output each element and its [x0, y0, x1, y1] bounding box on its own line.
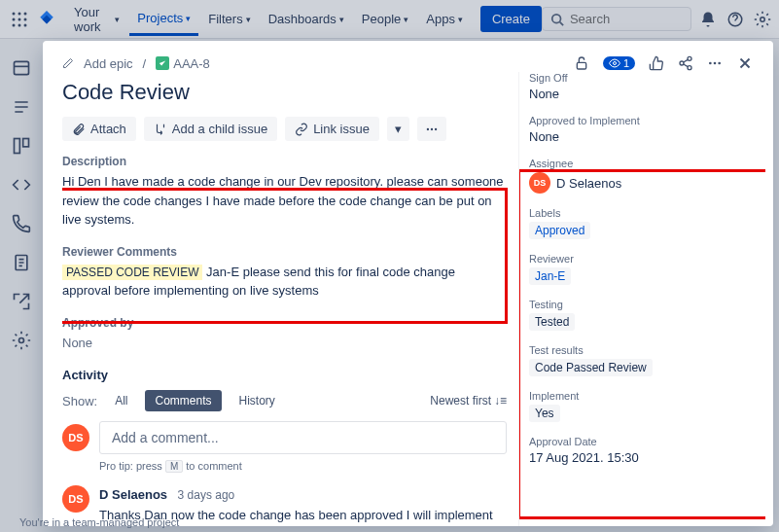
signoff-field[interactable]: Sign Off None	[529, 72, 760, 101]
labels-field[interactable]: Labels Approved	[529, 207, 760, 239]
implement-chip: Yes	[529, 405, 560, 422]
svg-point-27	[435, 127, 437, 129]
svg-point-20	[680, 61, 684, 65]
attach-button[interactable]: Attach	[62, 117, 136, 141]
link-issue-button[interactable]: Link issue	[285, 117, 379, 141]
label-chip[interactable]: Approved	[529, 222, 590, 239]
avatar: DS	[62, 424, 89, 451]
breadcrumb: Add epic / AAA-8	[62, 56, 210, 71]
issue-title[interactable]: Code Review	[62, 80, 507, 105]
approved-by-value: None	[62, 334, 507, 353]
svg-point-25	[427, 127, 429, 129]
reviewer-comments-field[interactable]: Reviewer Comments PASSED CODE REVIEW Jan…	[62, 245, 507, 301]
comment-author[interactable]: D Selaenos	[99, 487, 167, 502]
comment-add-row: DS Add a comment...	[62, 421, 507, 454]
tab-comments[interactable]: Comments	[145, 390, 221, 411]
issue-type-icon	[156, 56, 169, 70]
svg-point-26	[431, 127, 433, 129]
sort-icon: ↓≡	[494, 394, 507, 408]
avatar: DS	[62, 485, 89, 513]
implement-field[interactable]: Implement Yes	[529, 390, 760, 422]
lock-icon[interactable]	[574, 55, 589, 71]
reviewer-comments-value: PASSED CODE REVIEW Jan-E please send thi…	[62, 263, 507, 301]
tab-all[interactable]: All	[105, 390, 137, 411]
reviewer-field[interactable]: Reviewer Jan-E	[529, 253, 760, 285]
thumbs-up-icon[interactable]	[649, 55, 664, 71]
description-value: Hi Den I have made a code change in our …	[62, 172, 507, 230]
avatar: DS	[529, 172, 550, 194]
add-child-button[interactable]: Add a child issue	[144, 117, 277, 141]
approved-implement-field[interactable]: Approved to Implement None	[529, 115, 760, 144]
comment-time: 3 days ago	[178, 488, 235, 502]
svg-rect-17	[577, 62, 585, 69]
svg-point-21	[688, 66, 691, 70]
testing-field[interactable]: Testing Tested	[529, 299, 760, 331]
test-results-chip: Code Passed Review	[529, 359, 653, 376]
svg-point-18	[613, 62, 616, 65]
activity-heading: Activity	[62, 368, 507, 382]
svg-point-22	[709, 62, 712, 65]
test-results-field[interactable]: Test results Code Passed Review	[529, 344, 760, 376]
issue-toolbar: Attach Add a child issue Link issue ▾	[62, 117, 507, 141]
modal-header: Add epic / AAA-8 1	[43, 41, 773, 72]
description-label: Description	[62, 155, 507, 168]
issue-key-link[interactable]: AAA-8	[156, 56, 210, 71]
approved-by-field[interactable]: Approved by None	[62, 316, 507, 353]
svg-point-24	[718, 62, 721, 65]
header-actions: 1	[574, 54, 754, 72]
approval-date-field[interactable]: Approval Date 17 Aug 2021. 15:30	[529, 436, 760, 465]
side-column: Sign Off None Approved to Implement None…	[518, 72, 765, 526]
add-epic-link[interactable]: Add epic	[84, 56, 133, 71]
share-icon[interactable]	[678, 55, 693, 71]
sort-button[interactable]: Newest first↓≡	[430, 394, 507, 408]
pencil-icon	[62, 57, 74, 69]
show-label: Show:	[62, 394, 97, 408]
svg-point-23	[714, 62, 717, 65]
main-column: Code Review Attach Add a child issue Lin…	[62, 72, 518, 526]
issue-modal: Add epic / AAA-8 1 Code Review Attach Ad…	[43, 41, 773, 526]
close-icon[interactable]	[736, 54, 754, 72]
reviewer-chip[interactable]: Jan-E	[529, 267, 571, 285]
testing-chip: Tested	[529, 313, 575, 331]
passed-review-badge: PASSED CODE REVIEW	[62, 265, 202, 280]
tab-history[interactable]: History	[230, 390, 285, 411]
link-dropdown-button[interactable]: ▾	[387, 117, 409, 141]
protip: Pro tip: press M to comment	[99, 460, 507, 472]
approved-by-label: Approved by	[62, 316, 507, 330]
more-icon[interactable]	[707, 55, 723, 71]
description-field[interactable]: Description Hi Den I have made a code ch…	[62, 155, 507, 230]
watch-button[interactable]: 1	[603, 56, 635, 70]
svg-point-19	[688, 56, 691, 60]
activity-tabs-row: Show: All Comments History Newest first↓…	[62, 390, 507, 411]
toolbar-more-button[interactable]	[417, 117, 446, 141]
footer-note: You're in a team-managed project	[19, 516, 179, 528]
reviewer-comments-label: Reviewer Comments	[62, 245, 507, 259]
assignee-field[interactable]: Assignee DS D Selaenos	[529, 158, 760, 194]
chevron-down-icon: ▾	[395, 122, 402, 136]
comment-input[interactable]: Add a comment...	[99, 421, 507, 454]
kbd-key: M	[165, 460, 183, 473]
